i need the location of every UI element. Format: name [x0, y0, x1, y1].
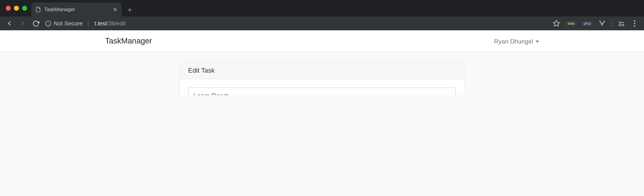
task-body-input[interactable] [188, 87, 456, 95]
tab-close-button[interactable]: ✕ [113, 6, 118, 13]
svg-marker-3 [554, 20, 560, 26]
caret-down-icon [536, 40, 539, 42]
extension-vue-icon[interactable] [598, 20, 606, 27]
svg-point-7 [634, 23, 635, 24]
edit-task-card: Edit Task Edit Task [180, 62, 465, 95]
user-menu[interactable]: Ryan Dhungel [494, 37, 539, 44]
content-area: Edit Task Edit Task [0, 52, 644, 95]
window-close-button[interactable] [6, 6, 10, 10]
security-indicator[interactable]: Not Secure [45, 20, 82, 27]
account-icon[interactable] [618, 20, 625, 27]
toolbar-right: css php [553, 20, 638, 27]
not-secure-label: Not Secure [54, 20, 82, 27]
bookmark-star-icon[interactable] [553, 20, 560, 27]
browser-tab[interactable]: TaskManager ✕ [31, 2, 122, 16]
svg-point-4 [619, 24, 621, 26]
svg-point-6 [634, 20, 635, 22]
svg-point-5 [622, 24, 624, 26]
brand-link[interactable]: TaskManager [105, 36, 152, 45]
app-page: TaskManager Ryan Dhungel Edit Task Edit … [0, 30, 644, 95]
browser-toolbar: Not Secure │ t.test/36/edit css php [0, 16, 644, 30]
toolbar-separator [612, 20, 612, 27]
tab-strip: TaskManager ✕ ＋ [0, 0, 644, 16]
address-bar[interactable]: Not Secure │ t.test/36/edit [45, 20, 547, 27]
info-icon [45, 20, 52, 26]
nav-back-button[interactable] [6, 20, 13, 27]
address-separator: │ [87, 20, 90, 27]
svg-point-0 [46, 21, 51, 26]
nav-reload-button[interactable] [32, 20, 40, 27]
url-display: t.test/36/edit [94, 20, 126, 27]
nav-forward-button[interactable] [19, 20, 26, 27]
browser-menu-button[interactable] [631, 20, 638, 27]
window-maximize-button[interactable] [22, 6, 27, 10]
window-minimize-button[interactable] [14, 6, 19, 10]
new-tab-button[interactable]: ＋ [122, 3, 138, 16]
tab-title: TaskManager [44, 7, 75, 12]
card-header: Edit Task [180, 62, 464, 79]
navbar: TaskManager Ryan Dhungel [0, 30, 644, 52]
svg-point-8 [634, 25, 635, 26]
browser-frame: TaskManager ✕ ＋ Not Secure [0, 0, 644, 30]
card-body: Edit Task [180, 79, 464, 95]
url-host: t.test [94, 20, 107, 27]
extension-php-badge[interactable]: php [582, 21, 593, 26]
file-icon [35, 7, 41, 12]
url-path: /36/edit [107, 20, 126, 27]
extension-css-badge[interactable]: css [566, 21, 576, 26]
user-name: Ryan Dhungel [494, 37, 533, 44]
window-traffic-lights [6, 6, 27, 10]
